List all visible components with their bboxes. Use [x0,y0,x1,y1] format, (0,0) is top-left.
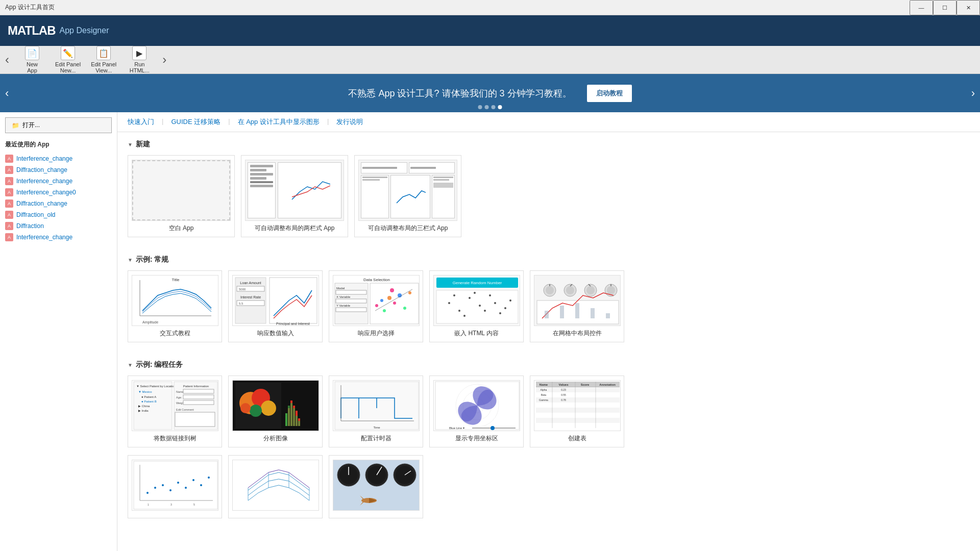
svg-point-40 [458,310,460,312]
recent-item-5[interactable]: A Diffraction_old [5,209,112,220]
main-layout: 📁 打开... 最近使用的 App A Interference_change … [0,112,980,551]
new-app-label: New [27,61,38,67]
special-axes-card[interactable]: Blue Line ▾ 显示专用坐标区 [429,375,524,447]
surface-3d-card[interactable] [228,455,323,518]
recent-icon-7: A [5,233,13,241]
recent-item-6[interactable]: A Diffraction [5,220,112,232]
run-html-sublabel: HTML... [130,67,150,73]
svg-text:0.23: 0.23 [561,388,566,391]
banner-text: 不熟悉 App 设计工具? 请体验我们的 3 分钟学习教程。 [348,87,571,99]
examples-prog-grid: ▼ Select Patient by Location ▼ Mexico ● … [128,375,970,447]
recent-item-7[interactable]: A Interference_change [5,232,112,243]
svg-point-94 [250,405,262,417]
new-app-button[interactable]: 📄 New App [19,46,45,73]
blank-app-label: 空白 App [169,224,194,233]
configure-timer-thumb: Time [333,380,420,431]
maximize-button[interactable]: ☐ [933,0,957,15]
svg-point-49 [484,310,486,312]
svg-text:Y Variable: Y Variable [336,304,351,307]
new-section: 新建 空白 App [117,132,980,247]
grid-layout-card[interactable]: 在网格中布局控件 [530,270,624,342]
run-html-button[interactable]: ▶ Run HTML... [127,46,152,73]
close-button[interactable]: ✕ [957,0,980,15]
banner: ‹ 不熟悉 App 设计工具? 请体验我们的 3 分钟学习教程。 启动教程 › [0,74,980,112]
run-html-label: Run [134,61,144,67]
svg-text:X Variable: X Variable [336,295,351,298]
tab-release[interactable]: 发行说明 [336,117,363,127]
interactive-tutorial-thumb: Title Amplitude [132,275,218,326]
respond-user-card[interactable]: Data Selection Model X Variable Y Variab… [329,270,423,342]
banner-dot-3[interactable] [492,105,496,109]
svg-rect-127 [536,397,620,403]
respond-numeric-card[interactable]: Loan Amount 5000 Interest Rate 5.5 Princ… [228,270,323,342]
recent-item-label-4: Diffraction_change [16,200,67,207]
configure-timer-card[interactable]: Time 配置计时器 [329,375,423,447]
two-panel-app-card[interactable]: 可自动调整布局的两栏式 App [241,155,348,237]
banner-cta-button[interactable]: 启动教程 [587,85,632,102]
edit-panel1-button[interactable]: ✏️ Edit Panel New... [55,46,81,73]
wave-plot-card[interactable]: 1 3 5 [128,455,222,518]
title-bar-text: App 设计工具首页 [5,3,55,12]
recent-item-3[interactable]: A Interference_change0 [5,187,112,198]
svg-text:Loan Amount: Loan Amount [240,281,261,285]
banner-dot-4[interactable] [498,105,502,109]
recent-apps-title: 最近使用的 App [5,140,112,149]
svg-rect-67 [560,306,564,318]
recent-item-0[interactable]: A Interference_change [5,153,112,164]
svg-point-151 [154,487,156,489]
svg-text:5000: 5000 [239,288,246,291]
svg-point-42 [479,305,481,307]
svg-text:Score: Score [580,383,589,386]
blank-app-card[interactable]: 空白 App [128,155,235,237]
analyze-image-card[interactable]: 分析图像 [228,375,323,447]
configure-timer-label: 配置计时器 [361,434,391,443]
banner-dot-2[interactable] [485,105,489,109]
new-section-title: 新建 [128,140,970,149]
tab-guide[interactable]: GUIDE 迁移策略 [171,117,220,127]
svg-text:Blue Line ▾: Blue Line ▾ [449,427,464,430]
two-panel-app-label: 可自动调整布局的两栏式 App [255,224,335,233]
svg-text:Principal and Interest: Principal and Interest [276,322,310,326]
svg-text:Interest Rate: Interest Rate [240,295,260,299]
interactive-tutorial-card[interactable]: Title Amplitude 交互式教程 [128,270,222,342]
content-area: 快速入门 | GUIDE 迁移策略 | 在 App 设计工具中显示图形 | 发行… [117,112,980,551]
svg-point-51 [504,307,506,309]
svg-point-156 [192,479,194,481]
banner-prev-button[interactable]: ‹ [5,87,9,100]
toolbar-next-button[interactable]: › [162,53,166,67]
edit-panel2-button[interactable]: 📋 Edit Panel View... [91,46,116,73]
recent-item-label-1: Diffraction_change [16,166,67,173]
svg-point-50 [494,302,496,304]
banner-dot-1[interactable] [478,105,482,109]
toolbar-prev-button[interactable]: ‹ [5,53,9,67]
new-app-sublabel: App [27,67,37,73]
svg-text:Data Selection: Data Selection [363,278,389,282]
svg-text:Gamma: Gamma [539,398,548,402]
minimize-button[interactable]: — [910,0,933,15]
create-table-card[interactable]: Name Values Score Annotation Alpha 0.23 … [530,375,624,447]
recent-item-1[interactable]: A Diffraction_change [5,164,112,176]
surface-3d-chart [233,460,318,511]
open-button[interactable]: 📁 打开... [5,117,112,133]
recent-icon-0: A [5,155,13,163]
tab-graphics[interactable]: 在 App 设计工具中显示图形 [238,117,320,127]
grid-layout-thumb [534,275,621,326]
data-tree-card[interactable]: ▼ Select Patient by Location ▼ Mexico ● … [128,375,222,447]
examples-prog-section: 示例: 编程任务 ▼ Select Patient by Location ▼ … [117,353,980,529]
banner-next-button[interactable]: › [971,87,975,100]
respond-numeric-label: 响应数值输入 [257,329,294,338]
sep-3: | [327,117,329,127]
examples-prog-title: 示例: 编程任务 [128,360,970,369]
svg-text:Model: Model [336,287,345,290]
recent-item-2[interactable]: A Interference_change [5,176,112,187]
svg-rect-0 [132,275,218,326]
three-panel-app-card[interactable]: 可自动调整布局的三栏式 App [354,155,461,237]
gauge-plane-card[interactable] [329,455,423,518]
tab-quickstart[interactable]: 快速入门 [128,117,154,127]
embed-html-card[interactable]: Generate Random Number [429,270,524,342]
svg-rect-88 [175,412,215,427]
svg-rect-147 [134,461,217,509]
svg-point-54 [546,286,554,294]
respond-numeric-chart: Loan Amount 5000 Interest Rate 5.5 Princ… [233,275,318,326]
recent-item-4[interactable]: A Diffraction_change [5,198,112,209]
